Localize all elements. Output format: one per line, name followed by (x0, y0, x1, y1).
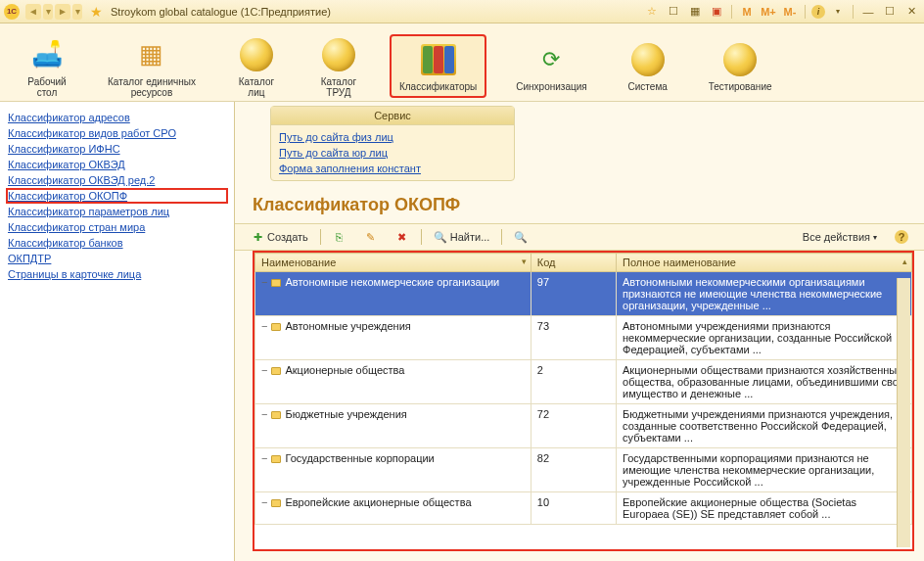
pencil-icon: ✎ (364, 230, 378, 244)
toolbar-label: Каталог единичныхресурсов (108, 76, 196, 98)
sidebar-item-1[interactable]: Классификатор видов работ СРО (6, 125, 228, 141)
separator (320, 229, 321, 245)
vertical-scrollbar[interactable] (897, 278, 910, 547)
magnifier-icon: 🔍 (514, 230, 528, 244)
toolbar-item-2[interactable]: Каталоглиц (225, 29, 288, 104)
sidebar-item-7[interactable]: Классификатор стран мира (6, 219, 228, 235)
sidebar-item-5[interactable]: Классификатор ОКОПФ (6, 188, 228, 204)
toolbar-icon (419, 40, 458, 79)
info-icon[interactable]: i (811, 5, 825, 19)
collapse-icon: − (261, 452, 267, 464)
service-link-1[interactable]: Путь до сайта юр лиц (279, 145, 506, 161)
toolbar-label: Классификаторы (399, 81, 477, 92)
help-icon: ? (895, 230, 908, 244)
star-icon[interactable]: ☆ (643, 4, 661, 20)
info-menu[interactable]: ▾ (829, 4, 847, 20)
edit-button[interactable]: ✎ (358, 228, 384, 246)
table-row[interactable]: −Европейские акционерные общества10Европ… (255, 492, 912, 525)
service-header: Сервис (271, 107, 514, 125)
nav-arrows: ◄ ▾ ► ▾ (25, 4, 82, 20)
sidebar-item-0[interactable]: Классификатор адресов (6, 110, 228, 125)
table-row[interactable]: −Автономные некоммерческие организации97… (255, 272, 912, 316)
service-body: Путь до сайта физ лицПуть до сайта юр ли… (271, 125, 514, 180)
service-link-0[interactable]: Путь до сайта физ лиц (279, 129, 506, 145)
forward-button[interactable]: ► (55, 4, 70, 20)
collapse-icon: − (261, 364, 267, 376)
find-button[interactable]: 🔍 Найти... (428, 228, 496, 246)
column-header-0[interactable]: Наименование▾ (255, 254, 531, 272)
favorite-icon[interactable]: ★ (90, 4, 103, 20)
sidebar-item-8[interactable]: Классификатор банков (6, 235, 228, 251)
toolbar-item-0[interactable]: 🛋️Рабочийстол (16, 29, 78, 104)
cell-code: 2 (531, 360, 616, 404)
find-button-label: Найти... (450, 231, 490, 243)
minimize-button[interactable]: — (859, 4, 877, 20)
note-icon[interactable]: ☐ (665, 4, 682, 20)
toolbar-item-3[interactable]: КаталогТРУД (307, 29, 370, 104)
search-icon: 🔍 (434, 230, 447, 244)
folder-icon (271, 499, 281, 507)
column-header-1[interactable]: Код (531, 254, 616, 272)
cell-code: 82 (531, 448, 616, 492)
delete-button[interactable]: ✖ (390, 228, 415, 246)
calc-icon[interactable]: ▦ (686, 4, 704, 20)
create-button[interactable]: ✚ Создать (245, 228, 314, 246)
all-actions-button[interactable]: Все действия ▾ (797, 229, 883, 245)
collapse-icon: − (261, 320, 267, 332)
cell-full: Европейские акционерные общества (Societ… (617, 492, 912, 525)
cell-code: 10 (531, 492, 616, 525)
back-button[interactable]: ◄ (25, 4, 41, 20)
calendar-icon[interactable]: ▣ (708, 4, 725, 20)
maximize-button[interactable]: ☐ (881, 4, 899, 20)
sidebar-item-9[interactable]: ОКПДТР (6, 251, 228, 266)
content: Сервис Путь до сайта физ лицПуть до сайт… (235, 102, 924, 561)
all-actions-label: Все действия (803, 231, 870, 243)
toolbar-item-5[interactable]: ⟳Синхронизация (506, 34, 596, 98)
sidebar-item-10[interactable]: Страницы в карточке лица (6, 266, 228, 282)
sidebar-item-4[interactable]: Классификатор ОКВЭД ред.2 (6, 172, 228, 188)
cell-full: Государственными корпорациями признаются… (617, 448, 912, 492)
sidebar-item-6[interactable]: Классификатор параметров лиц (6, 204, 228, 219)
sidebar-item-3[interactable]: Классификатор ОКВЭД (6, 157, 228, 172)
sort-indicator-icon: ▾ (522, 257, 527, 266)
table-row[interactable]: −Бюджетные учреждения72Бюджетными учрежд… (255, 404, 912, 448)
collapse-icon: − (261, 496, 267, 508)
folder-icon (271, 411, 281, 419)
toolbar-icon (319, 35, 358, 74)
sidebar-item-2[interactable]: Классификатор ИФНС (6, 141, 228, 157)
help-button[interactable]: ? (889, 228, 914, 246)
table-row[interactable]: −Акционерные общества2Акционерными общес… (255, 360, 912, 404)
toolbar-icon: ⟳ (531, 40, 571, 79)
toolbar-item-7[interactable]: Тестирование (699, 34, 782, 98)
collapse-icon: − (261, 408, 267, 420)
toolbar-label: Система (628, 81, 668, 92)
m-minus-button[interactable]: M- (781, 4, 799, 20)
toolbar-item-6[interactable]: Система (617, 34, 679, 98)
close-button[interactable]: ✕ (902, 4, 920, 20)
create-button-label: Создать (267, 231, 308, 243)
grid-container: Наименование▾КодПолное наименование▴ −Ав… (253, 251, 914, 551)
copy-button[interactable]: ⎘ (327, 228, 352, 246)
table-row[interactable]: −Автономные учреждения73Автономными учре… (255, 316, 912, 360)
cell-name: −Автономные некоммерческие организации (255, 272, 531, 316)
cell-name: −Бюджетные учреждения (255, 404, 531, 448)
forward-menu-button[interactable]: ▾ (72, 4, 82, 20)
cell-full: Бюджетными учреждениями признаются учреж… (617, 404, 912, 448)
cell-code: 73 (531, 316, 616, 360)
m-plus-button[interactable]: M+ (760, 4, 777, 20)
service-link-2[interactable]: Форма заполнения констант (279, 161, 506, 176)
table-row[interactable]: −Государственные корпорации82Государстве… (255, 448, 912, 492)
toolbar-item-4[interactable]: Классификаторы (390, 34, 486, 98)
back-menu-button[interactable]: ▾ (43, 4, 53, 20)
chevron-down-icon: ▾ (873, 233, 877, 242)
copy-icon: ⎘ (333, 230, 346, 244)
data-grid[interactable]: Наименование▾КодПолное наименование▴ −Ав… (254, 253, 912, 525)
toolbar-item-1[interactable]: ▦Каталог единичныхресурсов (98, 29, 206, 104)
separator (731, 5, 732, 19)
clear-filter-button[interactable]: 🔍 (508, 228, 533, 246)
m-button[interactable]: M (738, 4, 756, 20)
folder-icon (271, 323, 281, 331)
cell-name: −Государственные корпорации (255, 448, 531, 492)
delete-icon: ✖ (395, 230, 409, 244)
column-header-2[interactable]: Полное наименование▴ (617, 254, 912, 272)
